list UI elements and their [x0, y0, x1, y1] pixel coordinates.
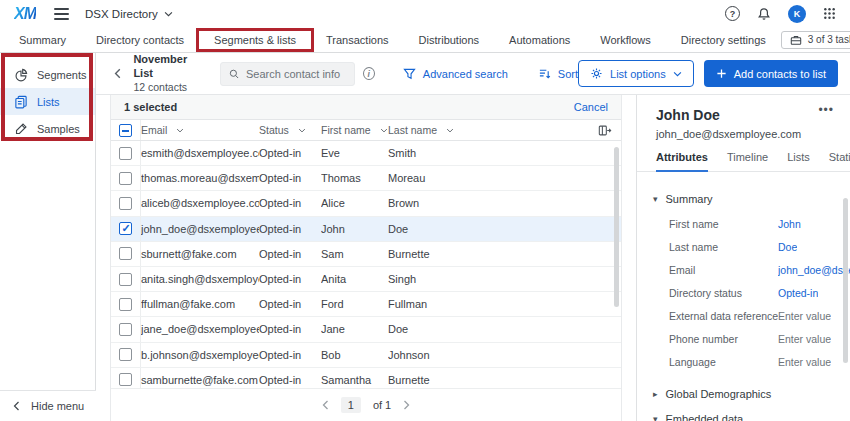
table-row[interactable]: anita.singh@dsxemployee... Opted-in Anit… [111, 267, 621, 292]
sidebar-item-samples[interactable]: Samples [0, 115, 95, 142]
search-box[interactable] [220, 62, 355, 86]
help-icon[interactable]: ? [725, 6, 740, 21]
nav-tab-label: Transactions [326, 34, 389, 46]
select-all-checkbox[interactable] [119, 124, 132, 137]
summary-section-toggle[interactable]: ▾ Summary [653, 193, 850, 205]
row-checkbox[interactable] [119, 323, 132, 336]
attribute-row: Last name Doe [669, 235, 850, 258]
directory-name: DSX Directory [85, 8, 158, 20]
embedded-data-toggle[interactable]: ▾ Embedded data [653, 413, 850, 421]
status-cell: Opted-in [259, 298, 321, 310]
previous-page-icon[interactable] [322, 400, 329, 410]
panel-tab[interactable]: Lists [787, 151, 810, 171]
list-options-button[interactable]: List options [578, 60, 694, 87]
nav-tab[interactable]: Automations [494, 27, 585, 52]
tasks-completed-button[interactable]: 3 of 3 tasks completed [781, 31, 850, 49]
table-row[interactable]: samburnette@fake.com Opted-in Samantha B… [111, 368, 621, 388]
column-header[interactable]: Status [259, 124, 321, 136]
row-checkbox[interactable] [119, 172, 132, 185]
hamburger-menu-icon[interactable] [54, 5, 69, 23]
panel-tab[interactable]: Statistics [829, 151, 850, 171]
table-row[interactable]: esmith@dsxemployee.com Opted-in Eve Smit… [111, 141, 621, 166]
first-name-cell: Alice [321, 197, 388, 209]
nav-tab-label: Automations [509, 34, 570, 46]
table-scrollbar[interactable] [614, 147, 619, 307]
row-checkbox[interactable] [119, 247, 132, 260]
current-page[interactable]: 1 [341, 397, 361, 413]
column-header-label: Status [259, 124, 289, 136]
email-cell: b.johnson@dsxemployee.... [141, 349, 259, 361]
app-waffle-icon[interactable] [823, 7, 836, 20]
first-name-cell: Thomas [321, 172, 388, 184]
panel-tab[interactable]: Timeline [727, 151, 768, 171]
attribute-value[interactable]: john_doe@dsxem... [778, 264, 850, 276]
sidebar-item-lists[interactable]: Lists [0, 88, 95, 115]
table-row[interactable]: john_doe@dsxemployee.... Opted-in John D… [111, 217, 621, 242]
attribute-label: Directory status [669, 287, 778, 299]
add-contacts-button[interactable]: Add contacts to list [704, 60, 838, 87]
row-checkbox-cell [111, 166, 141, 190]
contact-count: 12 contacts [133, 81, 203, 94]
nav-tab[interactable]: Workflows [585, 27, 666, 52]
attribute-value[interactable]: Doe [778, 241, 797, 253]
row-checkbox[interactable] [119, 373, 132, 386]
back-chevron-icon[interactable] [114, 68, 121, 79]
attribute-value[interactable]: Enter value [778, 310, 831, 322]
table-row[interactable]: b.johnson@dsxemployee.... Opted-in Bob J… [111, 343, 621, 368]
nav-tab[interactable]: Segments & lists [199, 27, 311, 52]
table-row[interactable]: jane_doe@dsxemployee.... Opted-in Jane D… [111, 317, 621, 342]
first-name-cell: John [321, 223, 388, 235]
directory-picker[interactable]: DSX Directory [85, 8, 173, 20]
attribute-row: First name John [669, 212, 850, 235]
email-cell: jane_doe@dsxemployee.... [141, 323, 259, 335]
status-cell: Opted-in [259, 197, 321, 209]
cancel-selection-button[interactable]: Cancel [574, 101, 608, 113]
panel-tab[interactable]: Attributes [656, 151, 708, 172]
nav-tab[interactable]: Summary [4, 27, 81, 52]
more-options-icon[interactable]: ••• [818, 107, 834, 114]
row-checkbox[interactable] [119, 147, 132, 160]
attribute-label: Last name [669, 241, 778, 253]
attribute-row: Directory status Opted-in [669, 281, 850, 304]
last-name-cell: Doe [388, 323, 621, 335]
sidebar-item-segments[interactable]: Segments [0, 61, 95, 88]
column-header[interactable]: Email [141, 124, 259, 136]
user-avatar[interactable]: K [788, 5, 806, 23]
panel-scrollbar[interactable] [843, 198, 848, 363]
table-row[interactable]: aliceb@dsxemployee.com Opted-in Alice Br… [111, 191, 621, 216]
table-row[interactable]: thomas.moreau@dsxempl... Opted-in Thomas… [111, 166, 621, 191]
column-header[interactable]: Last name [388, 124, 587, 136]
row-checkbox-cell [111, 317, 141, 341]
table-row[interactable]: sburnett@fake.com Opted-in Sam Burnette [111, 242, 621, 267]
notifications-bell-icon[interactable] [757, 7, 771, 21]
attribute-value[interactable]: Opted-in [778, 287, 818, 299]
selected-count: 1 selected [124, 101, 177, 113]
row-checkbox[interactable] [119, 273, 132, 286]
search-input[interactable] [246, 68, 346, 80]
attribute-value[interactable]: John [778, 218, 801, 230]
global-demographics-toggle[interactable]: ▸ Global Demographics [653, 388, 850, 400]
row-checkbox[interactable] [119, 222, 132, 235]
row-checkbox-cell [111, 343, 141, 367]
status-cell: Opted-in [259, 374, 321, 386]
advanced-search-button[interactable]: Advanced search [403, 68, 508, 80]
row-checkbox[interactable] [119, 348, 132, 361]
next-page-icon[interactable] [403, 400, 410, 410]
hide-menu-button[interactable]: Hide menu [0, 390, 96, 421]
email-cell: john_doe@dsxemployee.... [141, 223, 259, 235]
column-header[interactable]: First name [321, 124, 388, 136]
row-checkbox[interactable] [119, 197, 132, 210]
nav-tab[interactable]: Distributions [404, 27, 495, 52]
row-checkbox[interactable] [119, 298, 132, 311]
selection-bar: 1 selected Cancel [111, 95, 621, 120]
nav-tab[interactable]: Directory settings [666, 27, 781, 52]
info-icon[interactable]: i [363, 67, 375, 80]
email-cell: ffullman@fake.com [141, 298, 259, 310]
sort-button[interactable]: Sort [538, 68, 578, 80]
attribute-value[interactable]: Enter value [778, 333, 831, 345]
nav-tab[interactable]: Directory contacts [81, 27, 199, 52]
attribute-value[interactable]: Enter value [778, 356, 831, 368]
nav-tab[interactable]: Transactions [311, 27, 404, 52]
table-row[interactable]: ffullman@fake.com Opted-in Ford Fullman [111, 292, 621, 317]
manage-columns-icon[interactable] [598, 124, 612, 137]
